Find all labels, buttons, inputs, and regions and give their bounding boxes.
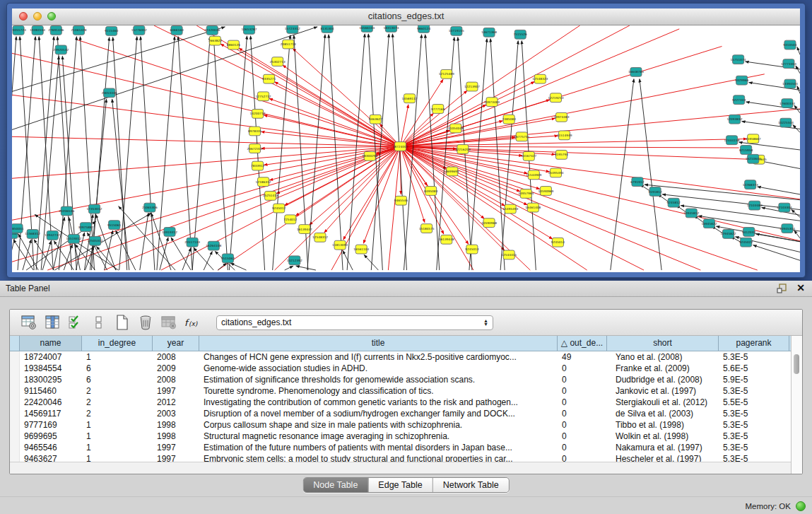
cell-title[interactable]: Changes of HCN gene expression and I(f) …: [199, 351, 558, 363]
cell-in_degree[interactable]: 1: [82, 419, 153, 431]
close-panel-icon[interactable]: ✕: [796, 282, 805, 293]
cell-year[interactable]: 2003: [153, 408, 199, 419]
cell-pagerank[interactable]: 5.3E-5: [719, 442, 789, 453]
cell-out_degree[interactable]: 0: [558, 397, 607, 408]
cell-pagerank[interactable]: 5.3E-5: [719, 419, 789, 431]
table-row[interactable]: 2242004622012Investigating the contribut…: [10, 397, 802, 408]
cell-title[interactable]: Estimation of the future numbers of pati…: [199, 442, 558, 453]
column-header-short[interactable]: short: [607, 336, 719, 351]
cell-pagerank[interactable]: 5.6E-5: [719, 363, 789, 374]
cell-year[interactable]: 2008: [153, 351, 199, 363]
cell-year[interactable]: 2012: [153, 397, 199, 408]
network-canvas[interactable]: 1872400797771691105404812216203969969584…: [12, 25, 800, 272]
cell-out_degree[interactable]: 0: [558, 419, 607, 431]
table-selector-dropdown[interactable]: citations_edges.txt ▲▼: [216, 315, 493, 330]
cell-name[interactable]: 9115460: [20, 385, 82, 397]
cell-out_degree[interactable]: 0: [558, 374, 607, 385]
cell-name[interactable]: 9777169: [20, 419, 82, 431]
column-header-title[interactable]: title: [199, 336, 558, 351]
cell-in_degree[interactable]: 2: [82, 408, 153, 419]
cell-name[interactable]: 18724007: [20, 351, 82, 363]
cell-year[interactable]: 1997: [153, 442, 199, 453]
cell-in_degree[interactable]: 1: [82, 442, 153, 453]
table-row[interactable]: 1872400712008Changes of HCN gene express…: [10, 351, 802, 363]
column-header-name[interactable]: name: [20, 336, 82, 351]
cell-pagerank[interactable]: 5.3E-5: [719, 431, 789, 442]
float-panel-icon[interactable]: [777, 283, 788, 294]
tab-network-table[interactable]: Network Table: [433, 478, 509, 492]
cell-short[interactable]: Jankovic et al. (1997): [607, 385, 719, 397]
cell-in_degree[interactable]: 1: [82, 351, 153, 363]
delete-column-icon[interactable]: [136, 313, 155, 332]
cell-year[interactable]: 1997: [153, 385, 199, 397]
window-titlebar[interactable]: citations_edges.txt: [12, 8, 800, 25]
cell-pagerank[interactable]: 5.3E-5: [719, 385, 789, 397]
cell-name[interactable]: 18300295: [20, 374, 82, 385]
table-panel-titlebar[interactable]: Table Panel ✕: [0, 281, 812, 297]
cell-title[interactable]: Genome-wide association studies in ADHD.: [199, 363, 558, 374]
cell-short[interactable]: Nakamura et al. (1997): [607, 442, 719, 453]
cell-title[interactable]: Investigating the contribution of common…: [199, 397, 558, 408]
cell-year[interactable]: 1998: [153, 431, 199, 442]
cell-in_degree[interactable]: 1: [82, 431, 153, 442]
cell-short[interactable]: Wolkin et al. (1998): [607, 431, 719, 442]
cell-out_degree[interactable]: 0: [558, 363, 607, 374]
memory-ok-icon[interactable]: [796, 501, 806, 511]
cell-pagerank[interactable]: 5.5E-5: [719, 397, 789, 408]
cell-out_degree[interactable]: 0: [558, 408, 607, 419]
cell-short[interactable]: Tibbo et al. (1998): [607, 419, 719, 431]
cell-pagerank[interactable]: 5.3E-5: [719, 408, 789, 419]
vertical-scrollbar[interactable]: [791, 336, 802, 474]
cell-name[interactable]: 9465546: [20, 442, 82, 453]
unselect-rows-icon[interactable]: [90, 313, 108, 332]
table-row[interactable]: 911546021997Tourette syndrome. Phenomeno…: [10, 385, 802, 397]
cell-name[interactable]: 22420046: [20, 397, 82, 408]
cell-name[interactable]: 9699695: [20, 431, 82, 442]
select-all-rows-icon[interactable]: [66, 313, 85, 332]
table-row[interactable]: 1830029562008Estimation of significance …: [10, 374, 802, 385]
cell-out_degree[interactable]: 0: [558, 442, 607, 453]
cell-in_degree[interactable]: 2: [82, 385, 153, 397]
cell-out_degree[interactable]: 0: [558, 385, 607, 397]
cell-in_degree[interactable]: 6: [82, 374, 153, 385]
horizontal-scrollbar[interactable]: [10, 462, 792, 474]
table-row[interactable]: 969969511998Structural magnetic resonanc…: [10, 431, 802, 442]
cell-title[interactable]: Disruption of a novel member of a sodium…: [199, 408, 558, 419]
cell-title[interactable]: Tourette syndrome. Phenomenology and cla…: [199, 385, 558, 397]
cell-name[interactable]: 19384554: [20, 363, 82, 374]
cell-short[interactable]: Yano et al. (2008): [607, 351, 719, 363]
cell-year[interactable]: 2008: [153, 374, 199, 385]
scrollbar-thumb[interactable]: [794, 354, 799, 374]
cell-title[interactable]: Structural magnetic resonance image aver…: [199, 431, 558, 442]
tab-edge-table[interactable]: Edge Table: [368, 478, 433, 492]
table-mode-icon[interactable]: [20, 313, 38, 332]
cell-short[interactable]: Dudbridge et al. (2008): [607, 374, 719, 385]
function-builder-icon[interactable]: f (x): [183, 313, 201, 332]
table-row[interactable]: 1456911722003Disruption of a novel membe…: [10, 408, 802, 419]
cell-pagerank[interactable]: 5.3E-5: [719, 351, 789, 363]
cell-title[interactable]: Corpus callosum shape and size in male p…: [199, 419, 558, 431]
column-header-year[interactable]: year: [153, 336, 199, 351]
delete-table-icon[interactable]: [160, 313, 178, 332]
table-row[interactable]: 1938455462009Genome-wide association stu…: [10, 363, 802, 374]
cell-out_degree[interactable]: 0: [558, 431, 607, 442]
cell-pagerank[interactable]: 5.9E-5: [719, 374, 789, 385]
cell-year[interactable]: 2009: [153, 363, 199, 374]
table-row[interactable]: 946554611997Estimation of the future num…: [10, 442, 802, 453]
cell-year[interactable]: 1998: [153, 419, 199, 431]
cell-title[interactable]: Estimation of significance thresholds fo…: [199, 374, 558, 385]
show-columns-icon[interactable]: [43, 313, 61, 332]
cell-short[interactable]: Franke et al. (2009): [607, 363, 719, 374]
column-header-pagerank[interactable]: pagerank: [719, 336, 789, 351]
cell-in_degree[interactable]: 6: [82, 363, 153, 374]
cell-out_degree[interactable]: 49: [558, 351, 607, 363]
column-header-in_degree[interactable]: in_degree: [82, 336, 153, 351]
tab-node-table[interactable]: Node Table: [303, 478, 368, 492]
column-header-out_degree[interactable]: △ out_de...: [558, 336, 607, 351]
table-row[interactable]: 977716911998Corpus callosum shape and si…: [10, 419, 802, 431]
cell-short[interactable]: de Silva et al. (2003): [607, 408, 719, 419]
create-column-icon[interactable]: [113, 313, 131, 332]
cell-short[interactable]: Stergiakouli et al. (2012): [607, 397, 719, 408]
cell-name[interactable]: 14569117: [20, 408, 82, 419]
cell-in_degree[interactable]: 2: [82, 397, 153, 408]
